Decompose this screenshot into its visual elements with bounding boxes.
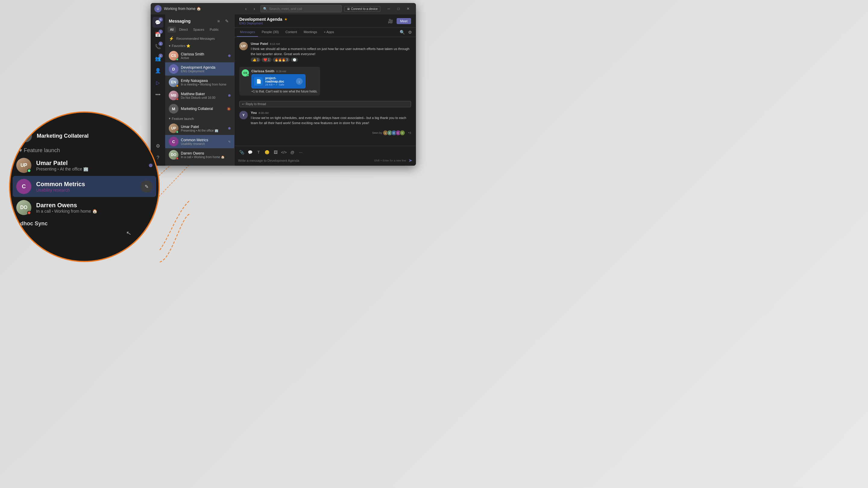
chat-panel: Development Agenda ★ ENG Deployment 🎥 Me… bbox=[235, 14, 416, 166]
seen-more: +2 bbox=[408, 131, 411, 134]
safe-badge: ✓ bbox=[276, 83, 278, 86]
sidebar-icon-teams[interactable]: ▷ bbox=[153, 77, 163, 88]
circle-contact-common-metrics[interactable]: C Common Metrics Usability research ✎ bbox=[13, 176, 156, 197]
tab-apps[interactable]: + Apps bbox=[321, 28, 337, 37]
sidebar-icon-calendar[interactable]: 📅 1 bbox=[153, 29, 163, 40]
image-button[interactable]: 🖼 bbox=[272, 149, 279, 156]
maximize-button[interactable]: □ bbox=[394, 6, 403, 12]
cursor-indicator: ↖ bbox=[126, 229, 132, 237]
window-title: Working from home 🏠 bbox=[164, 7, 240, 11]
sidebar-icon-call[interactable]: 📞 1 bbox=[153, 41, 163, 52]
tab-spaces[interactable]: Spaces bbox=[191, 27, 207, 33]
circle-common-metrics-info: Common Metrics Usability research bbox=[36, 181, 135, 193]
sidebar-icon-chat[interactable]: 💬 5 bbox=[153, 17, 163, 28]
tab-content[interactable]: Content bbox=[282, 28, 300, 37]
close-button[interactable]: ✕ bbox=[404, 6, 412, 12]
circle-marketing-collateral[interactable]: M Marketing Collateral 🔕 bbox=[10, 127, 158, 144]
seen-bar: Seen by U E M C D +2 bbox=[239, 129, 411, 137]
circle-common-metrics-status: Usability research bbox=[36, 188, 135, 193]
messaging-header: Messaging ≡ ✎ bbox=[165, 14, 234, 27]
tab-people[interactable]: People (30) bbox=[258, 28, 282, 37]
sidebar-icon-contacts[interactable]: 👤 bbox=[153, 65, 163, 76]
tab-meetings[interactable]: Meetings bbox=[301, 28, 320, 37]
format-button[interactable]: T bbox=[255, 149, 262, 156]
reaction-heart[interactable]: ❤️ 1 bbox=[261, 58, 271, 62]
zoom-circle: ...nd until... M Marketing Collateral 🔕 … bbox=[9, 111, 160, 262]
file-size: 24 KB bbox=[265, 83, 273, 86]
contact-item-development-agenda[interactable]: D Development Agenda ENG Deployment bbox=[165, 62, 234, 76]
minimize-button[interactable]: ─ bbox=[384, 6, 393, 12]
messaging-compose-button[interactable]: ✎ bbox=[223, 18, 230, 25]
sidebar-icon-people[interactable]: 👥 1 bbox=[153, 53, 163, 64]
contact-item-umar[interactable]: UP Umar Patel Presenting • At the office… bbox=[165, 122, 234, 135]
mute-icon: 🔕 bbox=[227, 107, 230, 110]
recommended-messages-button[interactable]: ⚡ Recommended Messages bbox=[165, 34, 234, 43]
search-bar[interactable]: 🔍 bbox=[260, 5, 342, 12]
meet-button[interactable]: Meet bbox=[397, 18, 411, 24]
circle-contact-darren[interactable]: DO Darren Owens In a call • Working from… bbox=[10, 197, 158, 218]
dev-agenda-info: Development Agenda ENG Deployment bbox=[181, 65, 230, 73]
search-icon: 🔍 bbox=[263, 7, 267, 11]
contact-item-clarissa[interactable]: CS Clarissa Smith Active bbox=[165, 49, 234, 62]
tab-all[interactable]: All bbox=[167, 27, 176, 33]
code-button[interactable]: </> bbox=[280, 149, 287, 156]
umar-message-avatar: UP bbox=[239, 42, 248, 50]
mention-button[interactable]: @ bbox=[289, 149, 296, 156]
tab-direct[interactable]: Direct bbox=[177, 27, 190, 33]
contact-item-common-metrics[interactable]: C Common Metrics Usability research ✎ bbox=[165, 135, 234, 148]
app-body: 💬 5 📅 1 📞 1 👥 1 👤 ▷ ••• bbox=[151, 14, 416, 166]
reaction-time[interactable]: 🕐 bbox=[291, 58, 298, 62]
chat-input-row: Shift + Enter for a new line ➤ bbox=[238, 158, 412, 163]
favorites-section-header[interactable]: ▾ Favorites ⭐ bbox=[165, 43, 234, 49]
chat-search-button[interactable]: 🔍 bbox=[398, 29, 406, 36]
marketing-avatar: M bbox=[169, 104, 179, 113]
circle-umar-status bbox=[27, 169, 31, 173]
chat-video-button[interactable]: 🎥 bbox=[387, 18, 394, 25]
message-group-you: Y You 8:30 AM I know we're on tight sche… bbox=[239, 111, 411, 125]
search-input[interactable] bbox=[269, 7, 339, 10]
attachment-button[interactable]: 📎 bbox=[238, 149, 245, 156]
circle-darren-info: Darren Owens In a call • Working from ho… bbox=[36, 202, 153, 214]
download-button[interactable]: ↓ bbox=[296, 78, 303, 85]
message-input[interactable] bbox=[238, 159, 372, 162]
gif-button[interactable]: 💬 bbox=[247, 149, 254, 156]
chat-title-text: Development Agenda bbox=[239, 17, 282, 22]
nav-back-button[interactable]: ‹ bbox=[242, 5, 250, 12]
matthew-status: Do Not Disturb until 16:00 bbox=[181, 96, 226, 99]
umar-info: Umar Patel Presenting • At the office 🏢 bbox=[181, 125, 226, 132]
reply-label: Reply to thread bbox=[246, 102, 266, 106]
clarissa-status: Active bbox=[181, 56, 226, 60]
chat-settings-button[interactable]: ⚙ bbox=[406, 29, 413, 36]
favorites-label: Favorites ⭐ bbox=[172, 44, 190, 48]
tab-public[interactable]: Public bbox=[207, 27, 221, 33]
circle-darren-name: Darren Owens bbox=[36, 202, 153, 209]
circle-contact-umar[interactable]: UP Umar Patel Presenting • At the office… bbox=[10, 155, 158, 176]
circle-feature-launch-header[interactable]: ▾ Feature launch bbox=[10, 144, 158, 155]
you-message-author: You bbox=[251, 111, 257, 115]
circle-edit-button[interactable]: ✎ bbox=[141, 181, 153, 193]
reply-to-thread-button[interactable]: ↩ Reply to thread bbox=[239, 101, 411, 107]
nav-forward-button[interactable]: › bbox=[251, 5, 258, 12]
feature-launch-section-header[interactable]: ▾ Feature launch bbox=[165, 116, 234, 122]
chevron-down-icon: ▾ bbox=[169, 44, 170, 48]
circle-darren-status bbox=[27, 211, 31, 215]
more-options-button[interactable]: ··· bbox=[297, 149, 304, 156]
sidebar-icon-more[interactable]: ••• bbox=[153, 89, 163, 100]
tab-messages[interactable]: Messages bbox=[237, 28, 258, 37]
contact-item-emily[interactable]: EN Emily Nakagawa In a meeting • Working… bbox=[165, 76, 234, 89]
darren-status-dot bbox=[176, 157, 179, 160]
connect-to-device-button[interactable]: 🖥 Connect to a device bbox=[344, 6, 380, 12]
app-window: U Working from home 🏠 ‹ › 🔍 🖥 Connect to… bbox=[151, 3, 416, 166]
messaging-menu-button[interactable]: ≡ bbox=[215, 18, 222, 25]
reaction-thumbs[interactable]: 👍 1 bbox=[251, 58, 260, 62]
file-info: project-roadmap.doc 24 KB • ✓ Safe bbox=[265, 76, 293, 86]
circle-umar-name: Umar Patel bbox=[36, 160, 144, 167]
contact-item-matthew[interactable]: MB Matthew Baker Do Not Disturb until 16… bbox=[165, 89, 234, 102]
zoom-circle-container: ...nd until... M Marketing Collateral 🔕 … bbox=[9, 111, 160, 262]
reaction-fire[interactable]: 🔥🔥🔥 3 bbox=[273, 58, 290, 62]
nav-buttons: ‹ › bbox=[242, 5, 258, 12]
emoji-button[interactable]: 😊 bbox=[264, 149, 271, 156]
contact-item-marketing[interactable]: M Marketing Collateral 🔕 bbox=[165, 102, 234, 116]
send-button[interactable]: ➤ bbox=[408, 158, 412, 163]
contact-item-darren[interactable]: DO Darren Owens In a call • Working from… bbox=[165, 148, 234, 161]
